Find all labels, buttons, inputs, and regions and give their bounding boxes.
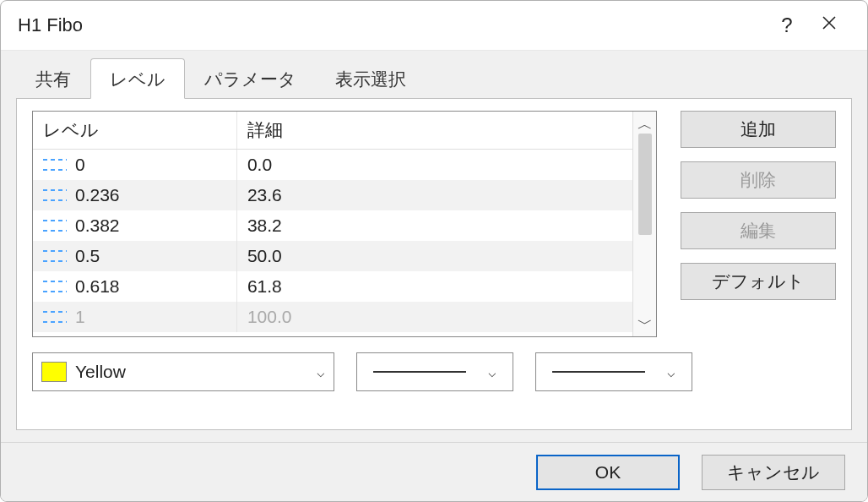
dialog-footer: OK キャンセル [1, 442, 867, 501]
table-and-buttons: レベル 詳細 00.00.23623.60.38238.20.550.00.61… [32, 111, 836, 337]
color-combo[interactable]: Yellow ⌵ [32, 352, 334, 391]
line-style-icon [43, 250, 67, 262]
window-title: H1 Fibo [18, 14, 766, 36]
line-style-icon [43, 311, 67, 323]
levels-table-scroll: レベル 詳細 00.00.23623.60.38238.20.550.00.61… [33, 112, 632, 336]
tab-display[interactable]: 表示選択 [316, 58, 426, 99]
tab-levels[interactable]: レベル [90, 58, 185, 99]
level-value: 0 [75, 155, 85, 175]
line-style-icon [43, 189, 67, 201]
levels-table-container: レベル 詳細 00.00.23623.60.38238.20.550.00.61… [32, 111, 657, 337]
level-cell[interactable]: 0.618 [33, 271, 236, 302]
tab-parameters[interactable]: パラメータ [185, 58, 316, 99]
titlebar: H1 Fibo ? [1, 1, 867, 50]
line-style-sample-icon [373, 371, 466, 373]
default-button[interactable]: デフォルト [681, 263, 836, 300]
line-style-icon [43, 159, 67, 171]
detail-cell[interactable]: 100.0 [236, 302, 632, 332]
table-row[interactable]: 0.38238.2 [33, 210, 632, 241]
detail-cell[interactable]: 61.8 [236, 271, 632, 302]
dialog-window: H1 Fibo ? 共有 レベル パラメータ 表示選択 [0, 0, 868, 502]
line-style-icon [43, 220, 67, 232]
chevron-down-icon: ⌵ [488, 364, 496, 380]
table-row[interactable]: 0.550.0 [33, 241, 632, 271]
scroll-down-icon[interactable]: ﹀ [637, 316, 653, 331]
level-cell[interactable]: 0.5 [33, 241, 236, 271]
level-cell[interactable]: 0 [33, 150, 236, 181]
close-icon[interactable] [808, 14, 850, 36]
table-row[interactable]: 0.61861.8 [33, 271, 632, 302]
level-cell[interactable]: 0.236 [33, 180, 236, 210]
level-cell[interactable]: 0.382 [33, 210, 236, 241]
col-header-detail[interactable]: 詳細 [236, 112, 632, 150]
color-name: Yellow [75, 362, 126, 382]
dialog-body: 共有 レベル パラメータ 表示選択 レベル 詳細 [1, 50, 867, 442]
detail-cell[interactable]: 23.6 [236, 180, 632, 210]
cancel-button[interactable]: キャンセル [702, 455, 845, 490]
line-width-combo[interactable]: ⌵ [535, 352, 692, 391]
level-value: 1 [75, 307, 85, 327]
levels-table[interactable]: レベル 詳細 00.00.23623.60.38238.20.550.00.61… [33, 112, 632, 332]
vertical-scrollbar[interactable]: ︿ ﹀ [632, 112, 656, 336]
line-style-icon [43, 281, 67, 292]
side-button-column: 追加 削除 編集 デフォルト [681, 111, 836, 337]
scroll-thumb[interactable] [638, 134, 652, 235]
ok-button[interactable]: OK [536, 455, 680, 490]
level-value: 0.236 [75, 185, 120, 205]
col-header-level[interactable]: レベル [33, 112, 236, 150]
table-row[interactable]: 0.23623.6 [33, 180, 632, 210]
level-value: 0.382 [75, 216, 120, 236]
add-button[interactable]: 追加 [681, 111, 836, 148]
detail-cell[interactable]: 38.2 [236, 210, 632, 241]
tab-share[interactable]: 共有 [16, 58, 90, 99]
delete-button[interactable]: 削除 [681, 161, 836, 199]
line-style-combo[interactable]: ⌵ [356, 352, 513, 391]
level-value: 0.5 [75, 246, 100, 266]
table-row[interactable]: 00.0 [33, 150, 632, 181]
level-cell[interactable]: 1 [33, 302, 236, 332]
color-swatch-icon [41, 362, 67, 382]
tab-strip: 共有 レベル パラメータ 表示選択 [16, 57, 852, 98]
help-icon[interactable]: ? [766, 14, 808, 37]
edit-button[interactable]: 編集 [681, 212, 836, 249]
scroll-up-icon[interactable]: ︿ [637, 117, 653, 132]
chevron-down-icon: ⌵ [317, 364, 325, 380]
level-value: 0.618 [75, 276, 120, 297]
detail-cell[interactable]: 50.0 [236, 241, 632, 271]
tab-panel-levels: レベル 詳細 00.00.23623.60.38238.20.550.00.61… [16, 98, 852, 430]
detail-cell[interactable]: 0.0 [236, 150, 632, 181]
chevron-down-icon: ⌵ [667, 364, 675, 380]
line-width-sample-icon [552, 371, 645, 373]
table-row[interactable]: 1100.0 [33, 302, 632, 332]
style-selectors: Yellow ⌵ ⌵ ⌵ [32, 352, 836, 391]
